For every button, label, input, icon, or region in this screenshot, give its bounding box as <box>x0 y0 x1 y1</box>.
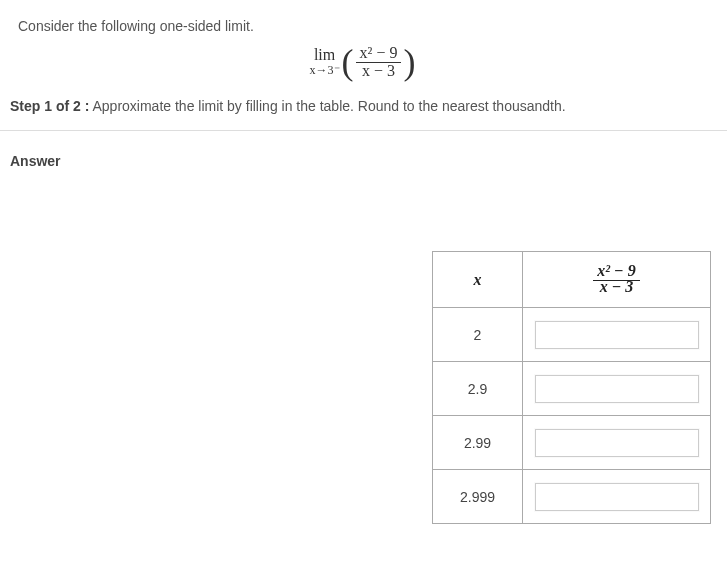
answer-heading: Answer <box>0 131 727 191</box>
lim-approach: x→3⁻ <box>310 63 340 77</box>
lim-operator: lim x→3⁻ <box>310 47 340 77</box>
step-text: Approximate the limit by filling in the … <box>89 98 565 114</box>
answer-input-3[interactable] <box>535 483 699 511</box>
x-cell: 2.99 <box>433 416 523 470</box>
x-cell: 2.999 <box>433 470 523 524</box>
answer-table: x x² − 9 x − 3 2 2.9 2.99 2.999 <box>432 251 711 524</box>
paren-open: ( <box>340 44 356 80</box>
intro-text: Consider the following one-sided limit. <box>0 0 727 38</box>
answer-input-1[interactable] <box>535 375 699 403</box>
step-instruction: Step 1 of 2 : Approximate the limit by f… <box>0 90 727 130</box>
limit-fraction: x² − 9 x − 3 <box>356 44 402 79</box>
limit-fraction-denominator: x − 3 <box>362 61 395 79</box>
lim-label: lim <box>314 46 335 63</box>
paren-close: ) <box>401 44 417 80</box>
table-header-x: x <box>433 252 523 308</box>
table-row: 2.9 <box>433 362 711 416</box>
table-header-fx: x² − 9 x − 3 <box>523 252 711 308</box>
x-cell: 2.9 <box>433 362 523 416</box>
table-row: 2 <box>433 308 711 362</box>
answer-input-0[interactable] <box>535 321 699 349</box>
answer-input-2[interactable] <box>535 429 699 457</box>
header-fraction-denominator: x − 3 <box>600 277 634 295</box>
table-row: 2.99 <box>433 416 711 470</box>
x-cell: 2 <box>433 308 523 362</box>
table-row: 2.999 <box>433 470 711 524</box>
limit-expression: lim x→3⁻ ( x² − 9 x − 3 ) <box>0 38 727 90</box>
step-label: Step 1 of 2 : <box>10 98 89 114</box>
